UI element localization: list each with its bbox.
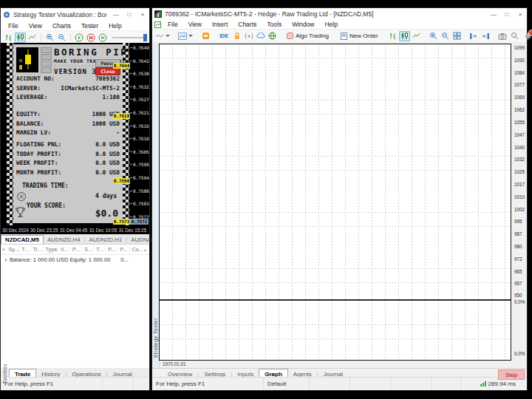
bars-chart-icon[interactable] bbox=[387, 31, 398, 41]
menu-help[interactable]: Help bbox=[319, 21, 342, 28]
algo-trading-button[interactable]: Algo Trading bbox=[284, 31, 332, 41]
speed-slider[interactable] bbox=[112, 33, 147, 43]
col-volume[interactable]: V... bbox=[58, 246, 70, 253]
chart-tab-bar: NZDCAD,M5 AUDNZD,H4 | AUDNZD,H1 | AUDNZD… bbox=[1, 234, 149, 245]
indicator-dropdown-icon[interactable] bbox=[154, 31, 171, 41]
scale-tick: 957 bbox=[514, 282, 527, 286]
candles-chart-icon[interactable] bbox=[15, 33, 26, 43]
col-ticket[interactable]: T... bbox=[19, 246, 30, 253]
shift-chart-right-icon[interactable] bbox=[468, 31, 480, 41]
minimize-button[interactable]: — bbox=[487, 8, 500, 20]
menu-file[interactable]: File bbox=[3, 22, 24, 30]
price-marker: 0.7590 bbox=[113, 178, 130, 184]
market-watch-icon[interactable] bbox=[200, 31, 211, 41]
col-time[interactable]: Ti... bbox=[31, 246, 44, 253]
price-tick: 0.75830 bbox=[130, 202, 149, 206]
scale-tick: 1010 bbox=[514, 195, 527, 200]
visualization-chart[interactable]: BORING PIPS MAKE YOUR TRADING BORING ···… bbox=[1, 43, 149, 225]
balance-text: Balance: 1 000.00 USD Equity: 1 000.00 bbox=[10, 256, 110, 263]
menu-tester[interactable]: Tester bbox=[76, 22, 103, 30]
toolbox-side-tab[interactable]: Toolbox bbox=[1, 368, 8, 379]
play-icon[interactable] bbox=[74, 33, 85, 43]
tile-windows-icon[interactable] bbox=[451, 31, 463, 41]
scale-tick: 1032 bbox=[514, 157, 527, 162]
cloud-icon[interactable] bbox=[255, 31, 266, 41]
menu-help[interactable]: Help bbox=[103, 22, 126, 30]
maximize-button[interactable]: □ bbox=[123, 8, 136, 21]
left-titlebar[interactable]: Strategy Tester Visualization : BoringPi… bbox=[1, 8, 149, 21]
balance-row[interactable]: Balance: 1 000.00 USD Equity: 1 000.00 0… bbox=[1, 255, 149, 265]
chart-tab-audnzd-h4[interactable]: AUDNZD,H4 bbox=[44, 235, 84, 244]
menu-charts[interactable]: Charts bbox=[47, 22, 76, 30]
new-chart-dropdown-icon[interactable] bbox=[177, 31, 194, 41]
menu-file[interactable]: File bbox=[163, 21, 183, 28]
maximize-button[interactable]: □ bbox=[500, 8, 514, 20]
zoom-out-icon[interactable] bbox=[440, 31, 451, 41]
field-label: BALANCE: bbox=[16, 120, 44, 127]
right-titlebar[interactable]: 7089362 - ICMarketsSC-MT5-2 - Hedge - Ra… bbox=[152, 8, 527, 20]
chart-tab-audnzd-h1[interactable]: AUDNZD,H1 bbox=[86, 235, 126, 244]
menu-view[interactable]: View bbox=[24, 22, 47, 30]
sort-icon[interactable]: ▲ bbox=[143, 248, 149, 252]
panel-mini-controls bbox=[41, 47, 52, 74]
panel-close-icon[interactable]: × bbox=[1, 246, 6, 253]
chart-tab-nzdcad-m5[interactable]: NZDCAD,M5 bbox=[1, 235, 44, 244]
chart-window-icon[interactable] bbox=[154, 21, 161, 28]
price-tick: 0.76160 bbox=[130, 124, 149, 129]
shift-chart-left-icon[interactable] bbox=[480, 31, 491, 41]
col-profit[interactable]: P... bbox=[117, 246, 129, 253]
left-price-scale[interactable]: 0.76490 0.76435 0.76380 0.76325 0.76270 … bbox=[129, 43, 149, 225]
speed-slider-handle[interactable] bbox=[143, 34, 147, 41]
screenshot-camera-icon[interactable] bbox=[497, 31, 508, 41]
price-tick: 0.76490 bbox=[130, 46, 149, 50]
candles-chart-icon[interactable] bbox=[399, 31, 410, 41]
price-marker: 0.7644 bbox=[113, 63, 130, 69]
profile-name[interactable]: Default bbox=[263, 378, 309, 390]
field-value: 0.0 USD bbox=[95, 160, 120, 166]
time-label: 31 Dec 15:25 bbox=[119, 228, 146, 233]
globe-icon[interactable] bbox=[267, 31, 278, 41]
price-tick: 0.75885 bbox=[130, 189, 149, 194]
menu-insert[interactable]: Insert bbox=[207, 21, 233, 28]
col-type[interactable]: Type bbox=[44, 246, 58, 253]
menu-window[interactable]: Window bbox=[287, 21, 319, 28]
zoom-in-icon[interactable] bbox=[428, 31, 439, 41]
scale-tick: 1002 bbox=[514, 208, 527, 212]
metaeditor-ide-icon[interactable]: IDE bbox=[217, 31, 231, 41]
col-price[interactable]: P... bbox=[70, 246, 82, 253]
connection-bars-icon bbox=[480, 381, 486, 386]
notifications-bell-icon[interactable] bbox=[522, 31, 532, 41]
col-price2[interactable]: P... bbox=[106, 246, 117, 253]
scale-tick: 995 bbox=[514, 219, 527, 224]
stop-button[interactable]: Stop bbox=[498, 369, 525, 380]
skip-to-end-icon[interactable] bbox=[98, 33, 109, 43]
menu-charts[interactable]: Charts bbox=[233, 21, 262, 28]
field-value: 7089362 bbox=[95, 75, 120, 82]
price-tick: 0.76380 bbox=[130, 72, 149, 76]
close-button[interactable]: × bbox=[136, 8, 149, 21]
minimize-button[interactable]: — bbox=[109, 8, 123, 21]
new-order-button[interactable]: New Order bbox=[338, 31, 381, 41]
col-comment[interactable]: Co... bbox=[130, 246, 143, 253]
zoom-in-icon[interactable] bbox=[44, 33, 55, 43]
price-tick: 0.76435 bbox=[130, 59, 149, 64]
right-statusbar: For Help, press F1 Default 289.94 ms ⋰ bbox=[152, 377, 527, 390]
search-icon[interactable] bbox=[509, 31, 520, 41]
zoom-out-icon[interactable] bbox=[56, 33, 67, 43]
line-chart-icon[interactable] bbox=[411, 31, 422, 41]
col-symbol[interactable]: Sy... bbox=[6, 246, 19, 253]
col-tp[interactable]: T... bbox=[94, 246, 106, 253]
menu-view[interactable]: View bbox=[183, 21, 207, 28]
balance-graph[interactable] bbox=[159, 44, 511, 361]
close-button[interactable]: × bbox=[514, 8, 527, 20]
line-chart-icon[interactable] bbox=[27, 33, 38, 43]
price-tick: 0.76215 bbox=[130, 111, 149, 115]
col-sl[interactable]: S... bbox=[82, 246, 94, 253]
pause-icon[interactable] bbox=[86, 33, 97, 43]
help-hint: For Help, press F1 bbox=[152, 378, 263, 390]
menu-tools[interactable]: Tools bbox=[262, 21, 287, 28]
lock-icon[interactable] bbox=[231, 31, 242, 41]
metaquotes-id-icon[interactable] bbox=[243, 31, 254, 41]
scale-tick: 1084 bbox=[514, 71, 527, 75]
bars-chart-icon[interactable] bbox=[3, 33, 14, 43]
